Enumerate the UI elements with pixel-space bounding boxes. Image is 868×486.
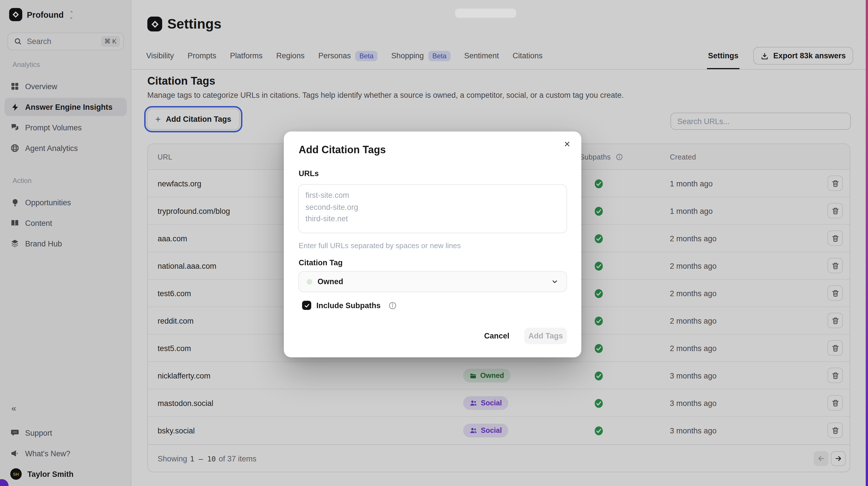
tooltip-remnant: [455, 8, 516, 18]
citation-tag-select[interactable]: Owned: [298, 271, 567, 292]
citation-tag-field-label: Citation Tag: [299, 258, 343, 267]
urls-field-label: URLs: [299, 169, 319, 178]
urls-textarea[interactable]: first-site.comsecond-site.orgthird-site.…: [298, 184, 567, 233]
modal-title: Add Citation Tags: [299, 144, 386, 156]
info-icon[interactable]: [388, 301, 397, 310]
app-root: Profound ⌃⌃ Search ⌘ K AnalyticsOverview…: [0, 0, 868, 486]
screen-edge-gradient-strip: [866, 0, 868, 486]
urls-placeholder-line: third-site.net: [306, 213, 560, 225]
include-subpaths-label: Include Subpaths: [316, 301, 381, 310]
citation-tag-selected-value: Owned: [317, 277, 546, 286]
add-tags-button[interactable]: Add Tags: [524, 327, 567, 344]
chevron-down-icon: [551, 278, 558, 285]
urls-placeholder-line: second-site.org: [306, 202, 560, 213]
urls-placeholder-line: first-site.com: [306, 190, 560, 202]
owned-tag-dot-icon: [307, 279, 312, 284]
add-citation-tags-modal: ✕ Add Citation Tags URLs first-site.coms…: [284, 132, 581, 358]
urls-help-text: Enter full URLs separated by spaces or n…: [299, 241, 461, 250]
cancel-button[interactable]: Cancel: [484, 332, 509, 340]
include-subpaths-checkbox[interactable]: [302, 301, 311, 310]
close-icon[interactable]: ✕: [564, 140, 570, 148]
